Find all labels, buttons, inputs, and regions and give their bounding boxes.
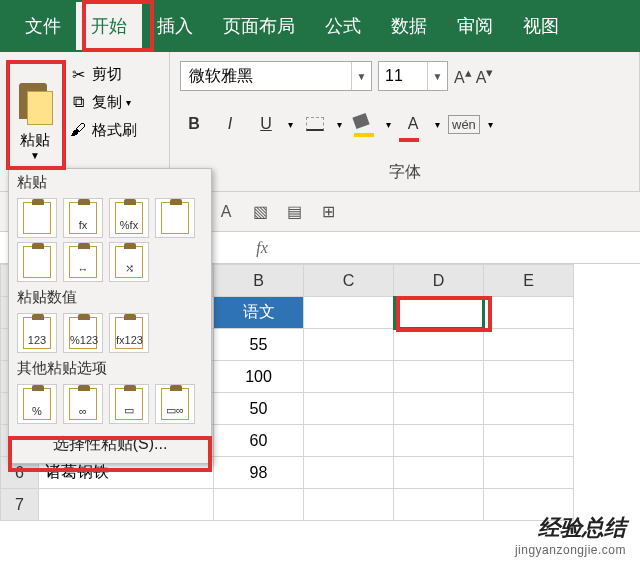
cell[interactable] <box>304 457 394 489</box>
tab-formulas[interactable]: 公式 <box>310 2 376 50</box>
watermark-title: 经验总结 <box>515 513 626 543</box>
paste-option-values-source[interactable]: fx123 <box>109 313 149 353</box>
paste-section-label: 粘贴 <box>9 169 211 196</box>
cut-button[interactable]: ✂ 剪切 <box>64 62 141 86</box>
font-name-select[interactable]: 微软雅黑 ▼ <box>180 61 372 91</box>
tab-view[interactable]: 视图 <box>508 2 574 50</box>
paste-option-keep-source[interactable] <box>155 198 195 238</box>
cell[interactable]: 60 <box>214 425 304 457</box>
cell[interactable]: 100 <box>214 361 304 393</box>
fx-label[interactable]: fx <box>212 239 312 257</box>
cut-label: 剪切 <box>92 65 122 84</box>
col-header-c[interactable]: C <box>304 265 394 297</box>
format-painter-label: 格式刷 <box>92 121 137 140</box>
format-painter-button[interactable]: 🖌 格式刷 <box>64 118 141 142</box>
qat-btn[interactable]: ▤ <box>280 198 308 226</box>
copy-dropdown-arrow[interactable]: ▾ <box>126 97 131 108</box>
cell[interactable] <box>304 393 394 425</box>
cell[interactable] <box>484 329 574 361</box>
chevron-down-icon[interactable]: ▼ <box>351 62 371 90</box>
paste-option-values-number[interactable]: %123 <box>63 313 103 353</box>
paste-option-transpose[interactable]: ⤭ <box>109 242 149 282</box>
cell[interactable]: 50 <box>214 393 304 425</box>
paste-special-menu-item[interactable]: 选择性粘贴(S)... <box>9 426 211 463</box>
border-dropdown[interactable]: ▾ <box>337 119 342 130</box>
selected-cell[interactable] <box>394 297 484 329</box>
brush-icon: 🖌 <box>68 120 88 140</box>
cell[interactable] <box>304 425 394 457</box>
cell[interactable] <box>484 457 574 489</box>
row-header[interactable]: 7 <box>1 489 39 521</box>
cell[interactable] <box>394 361 484 393</box>
ribbon-tabs: 文件 开始 插入 页面布局 公式 数据 审阅 视图 <box>0 0 640 52</box>
paste-option-no-border[interactable] <box>17 242 57 282</box>
tab-data[interactable]: 数据 <box>376 2 442 50</box>
cell[interactable]: 55 <box>214 329 304 361</box>
cell[interactable] <box>484 425 574 457</box>
cell[interactable] <box>394 425 484 457</box>
paste-option-picture[interactable]: ▭ <box>109 384 149 424</box>
font-group-label: 字体 <box>180 162 629 185</box>
fill-dropdown[interactable]: ▾ <box>386 119 391 130</box>
border-button[interactable] <box>301 110 329 138</box>
tab-file[interactable]: 文件 <box>10 2 76 50</box>
copy-button[interactable]: ⧉ 复制 ▾ <box>64 90 141 114</box>
cell[interactable]: 98 <box>214 457 304 489</box>
cell[interactable] <box>214 489 304 521</box>
cell-header-b[interactable]: 语文 <box>214 297 304 329</box>
font-color-button[interactable]: A <box>399 110 427 138</box>
paste-option-formatting[interactable]: % <box>17 384 57 424</box>
cell[interactable] <box>304 361 394 393</box>
col-header-b[interactable]: B <box>214 265 304 297</box>
font-grow-shrink[interactable]: A▴A▾ <box>454 65 493 87</box>
paste-option-values[interactable]: 123 <box>17 313 57 353</box>
tab-review[interactable]: 审阅 <box>442 2 508 50</box>
paste-option-link[interactable]: ∞ <box>63 384 103 424</box>
watermark: 经验总结 jingyanzongjie.com <box>515 513 626 557</box>
cell[interactable] <box>304 297 394 329</box>
fill-color-button[interactable] <box>350 110 378 138</box>
cell[interactable] <box>484 393 574 425</box>
qat-btn[interactable]: ▧ <box>246 198 274 226</box>
italic-button[interactable]: I <box>216 110 244 138</box>
bold-qat[interactable]: A <box>212 198 240 226</box>
qat-btn[interactable]: ⊞ <box>314 198 342 226</box>
cell[interactable] <box>484 361 574 393</box>
bold-button[interactable]: B <box>180 110 208 138</box>
cell[interactable] <box>394 489 484 521</box>
cell[interactable] <box>394 393 484 425</box>
font-name-value: 微软雅黑 <box>181 66 351 87</box>
font-color-dropdown[interactable]: ▾ <box>435 119 440 130</box>
paste-dropdown-menu: 粘贴 fx %fx ↔ ⤭ 粘贴数值 123 %123 fx123 其他粘贴选项… <box>8 168 212 464</box>
col-header-d[interactable]: D <box>394 265 484 297</box>
cell[interactable] <box>304 489 394 521</box>
font-size-select[interactable]: 11 ▼ <box>378 61 448 91</box>
font-group: 微软雅黑 ▼ 11 ▼ A▴A▾ B I U ▾ ▾ ▾ A ▾ wén ▾ 字… <box>170 52 640 191</box>
paste-icon <box>15 83 55 131</box>
phonetic-dropdown[interactable]: ▾ <box>488 119 493 130</box>
cell[interactable] <box>39 489 214 521</box>
paste-dropdown-arrow[interactable]: ▼ <box>30 150 40 161</box>
cell[interactable] <box>394 329 484 361</box>
font-size-value: 11 <box>379 67 427 85</box>
cell[interactable] <box>484 297 574 329</box>
paste-option-keep-width[interactable]: ↔ <box>63 242 103 282</box>
tab-page-layout[interactable]: 页面布局 <box>208 2 310 50</box>
paste-other-section-label: 其他粘贴选项 <box>9 355 211 382</box>
tab-home[interactable]: 开始 <box>76 2 142 50</box>
cell[interactable] <box>304 329 394 361</box>
phonetic-button[interactable]: wén <box>448 115 480 134</box>
paste-option-linked-picture[interactable]: ▭∞ <box>155 384 195 424</box>
copy-label: 复制 <box>92 93 122 112</box>
chevron-down-icon[interactable]: ▼ <box>427 62 447 90</box>
copy-icon: ⧉ <box>68 92 88 112</box>
col-header-e[interactable]: E <box>484 265 574 297</box>
underline-dropdown[interactable]: ▾ <box>288 119 293 130</box>
paste-option-formulas[interactable]: fx <box>63 198 103 238</box>
paste-values-section-label: 粘贴数值 <box>9 284 211 311</box>
tab-insert[interactable]: 插入 <box>142 2 208 50</box>
underline-button[interactable]: U <box>252 110 280 138</box>
paste-option-formulas-number[interactable]: %fx <box>109 198 149 238</box>
cell[interactable] <box>394 457 484 489</box>
paste-option-all[interactable] <box>17 198 57 238</box>
